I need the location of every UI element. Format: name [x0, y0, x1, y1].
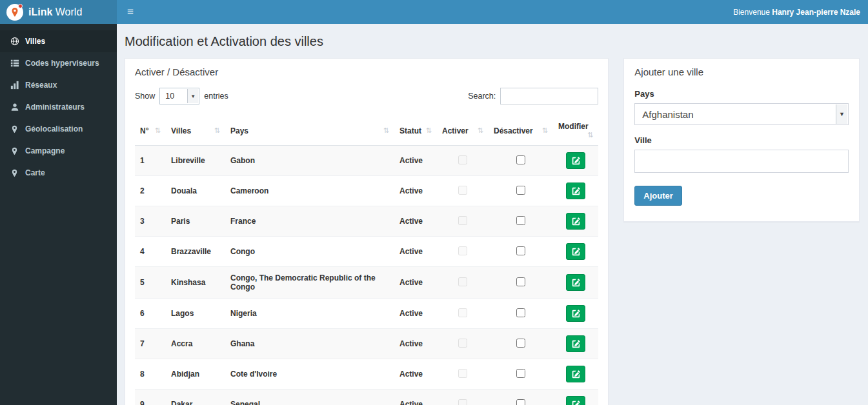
activer-checkbox[interactable]: [458, 369, 467, 378]
sidebar-item-carte[interactable]: Carte: [0, 162, 117, 184]
table-row: 7 Accra Ghana Active: [135, 329, 598, 359]
sort-icon: ⇅: [155, 126, 161, 135]
page-title: Modification et Activation des villes: [125, 34, 860, 49]
page-length-select[interactable]: 10: [160, 88, 199, 104]
brand-bold: iLink: [28, 6, 52, 17]
cell-pays: Senegal: [225, 390, 394, 405]
add-city-panel: Ajouter une ville Pays Afghanistan ▼ Vil…: [623, 58, 860, 222]
page-length-select-wrap: 10 ▼: [159, 88, 199, 104]
cell-num: 1: [135, 146, 166, 176]
desactiver-checkbox[interactable]: [516, 369, 525, 378]
sidebar-item-villes[interactable]: Villes: [0, 30, 117, 52]
column-header-statut[interactable]: Statut⇅: [394, 116, 437, 146]
sidebar-item-label: Villes: [25, 37, 45, 46]
sidebar-item-label: Carte: [25, 168, 45, 177]
edit-button[interactable]: [566, 366, 585, 382]
cell-statut: Active: [394, 329, 437, 359]
activer-checkbox[interactable]: [458, 155, 467, 164]
cell-num: 3: [135, 206, 166, 237]
edit-button[interactable]: [566, 305, 585, 322]
table-controls: Show 10 ▼ entries Search:: [135, 88, 598, 104]
column-header-pays[interactable]: Pays⇅: [225, 116, 394, 146]
cell-pays: Ghana: [225, 329, 394, 359]
sort-icon: ⇅: [478, 126, 483, 135]
activer-checkbox[interactable]: [458, 308, 467, 317]
sidebar-item-reseaux[interactable]: Réseaux: [0, 74, 117, 96]
desactiver-checkbox[interactable]: [516, 186, 525, 195]
desactiver-checkbox[interactable]: [516, 246, 525, 255]
edit-button[interactable]: [566, 183, 585, 199]
cell-pays: Cote d'Ivoire: [225, 359, 394, 390]
sidebar-item-administrateurs[interactable]: Administrateurs: [0, 96, 117, 118]
cell-statut: Active: [394, 146, 437, 176]
pays-select[interactable]: Afghanistan: [635, 104, 848, 124]
pays-select-wrap: Afghanistan ▼: [634, 103, 849, 125]
search-input[interactable]: [500, 88, 598, 104]
map-pin-icon: [10, 125, 19, 133]
cell-ville: Libreville: [166, 146, 225, 176]
map-pin-icon: [10, 147, 19, 155]
desactiver-checkbox[interactable]: [516, 339, 525, 348]
edit-button[interactable]: [566, 335, 585, 352]
entries-label: entries: [204, 92, 228, 101]
main-area: ≡ Bienvenue Hanry Jean-pierre Nzale Modi…: [117, 0, 868, 405]
logo-area[interactable]: iLink World: [0, 0, 117, 24]
column-header-activer[interactable]: Activer⇅: [437, 116, 489, 146]
ville-input[interactable]: [634, 150, 849, 173]
sort-icon: ⇅: [587, 131, 593, 139]
sort-icon: ⇅: [214, 126, 220, 135]
ajouter-button[interactable]: Ajouter: [634, 186, 682, 206]
cell-ville: Douala: [166, 176, 225, 206]
show-label: Show: [135, 92, 155, 101]
sidebar-item-campagne[interactable]: Campagne: [0, 140, 117, 162]
cell-ville: Paris: [166, 206, 225, 237]
app-root: iLink World Villes Codes hyperviseurs Ré…: [0, 0, 868, 405]
edit-button[interactable]: [566, 396, 585, 405]
activer-checkbox[interactable]: [458, 246, 467, 255]
column-header-desactiver[interactable]: Désactiver⇅: [489, 116, 553, 146]
activer-checkbox[interactable]: [458, 399, 467, 405]
desactiver-checkbox[interactable]: [516, 277, 525, 286]
sidebar-item-geolocalisation[interactable]: Géolocalisation: [0, 118, 117, 140]
desactiver-checkbox[interactable]: [516, 216, 525, 225]
sidebar-item-label: Campagne: [25, 146, 65, 155]
cell-statut: Active: [394, 237, 437, 267]
cell-pays: Congo: [225, 237, 394, 267]
desactiver-checkbox[interactable]: [516, 308, 525, 317]
edit-button[interactable]: [566, 152, 585, 169]
cell-statut: Active: [394, 267, 437, 299]
sidebar-toggle-icon[interactable]: ≡: [117, 0, 144, 24]
desactiver-checkbox[interactable]: [516, 155, 525, 164]
sidebar-item-label: Réseaux: [25, 81, 57, 90]
add-panel-title: Ajouter une ville: [634, 66, 849, 77]
activer-checkbox[interactable]: [458, 339, 467, 348]
edit-button[interactable]: [566, 243, 585, 260]
table-row: 8 Abidjan Cote d'Ivoire Active: [135, 359, 598, 390]
cell-pays: Gabon: [225, 146, 394, 176]
cell-num: 4: [135, 237, 166, 267]
table-row: 2 Douala Cameroon Active: [135, 176, 598, 206]
cell-statut: Active: [394, 390, 437, 405]
edit-button[interactable]: [566, 274, 585, 291]
cell-num: 6: [135, 299, 166, 329]
column-header-villes[interactable]: Villes⇅: [166, 116, 225, 146]
sort-icon: ⇅: [542, 126, 548, 135]
activer-checkbox[interactable]: [458, 186, 467, 195]
sidebar: iLink World Villes Codes hyperviseurs Ré…: [0, 0, 117, 405]
topbar: ≡ Bienvenue Hanry Jean-pierre Nzale: [117, 0, 868, 24]
table-panel: Activer / Désactiver Show 10 ▼ entries: [125, 58, 609, 405]
sidebar-item-label: Géolocalisation: [25, 124, 83, 133]
desactiver-checkbox[interactable]: [516, 399, 525, 405]
column-header-num[interactable]: N°⇅: [135, 116, 166, 146]
sidebar-item-codes-hyperviseurs[interactable]: Codes hyperviseurs: [0, 52, 117, 74]
edit-button[interactable]: [566, 213, 585, 230]
cell-pays: France: [225, 206, 394, 237]
activer-checkbox[interactable]: [458, 277, 467, 286]
welcome-prefix: Bienvenue: [733, 8, 770, 17]
activer-checkbox[interactable]: [458, 216, 467, 225]
column-header-modifier[interactable]: Modifier⇅: [553, 116, 598, 146]
brand-light: World: [56, 6, 83, 17]
sort-icon: ⇅: [383, 126, 389, 135]
cell-ville: Brazzaville: [166, 237, 225, 267]
table-row: 4 Brazzaville Congo Active: [135, 237, 598, 267]
